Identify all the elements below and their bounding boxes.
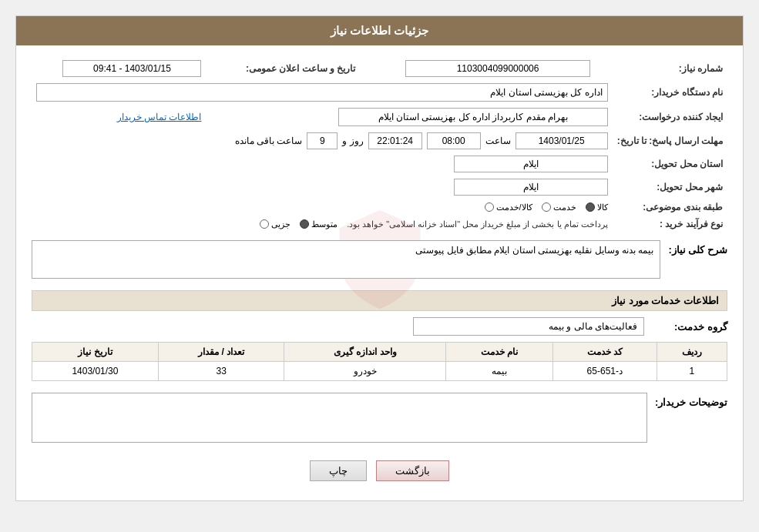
page-title: جزئیات اطلاعات نیاز <box>331 24 428 37</box>
requester-label: ایجاد کننده درخواست: <box>613 105 727 129</box>
request-number-cell: 1103004099000006 <box>383 57 612 80</box>
col-service-name: نام خدمت <box>446 343 553 362</box>
description-input-wrap: بیمه بدنه وسایل نقلیه بهزیستی استان ایلا… <box>32 240 660 279</box>
col-unit: واحد اندازه گیری <box>284 343 446 362</box>
deadline-time: 08:00 <box>427 132 481 149</box>
requester-row: ایجاد کننده درخواست: بهرام مقدم کاربرداز… <box>32 105 727 129</box>
deadline-remaining-label: ساعت باقی مانده <box>235 136 303 146</box>
category-option-kala[interactable]: کالا <box>586 202 608 212</box>
purchase-type-partial-label: جزیی <box>271 219 291 229</box>
category-radio-both-circle <box>485 202 494 212</box>
category-radio-khedmat-circle <box>542 202 551 212</box>
col-quantity: تعداد / مقدار <box>158 343 284 362</box>
buyer-notes-textarea[interactable] <box>32 393 647 443</box>
page-header: جزئیات اطلاعات نیاز <box>16 16 743 45</box>
purchase-type-row: نوع فرآیند خرید : پرداخت تمام یا بخشی از… <box>32 216 727 233</box>
purchase-type-medium-circle <box>300 219 309 229</box>
services-table-header-row: ردیف کد خدمت نام خدمت واحد اندازه گیری ت… <box>32 343 727 362</box>
col-date: تاریخ نیاز <box>32 343 159 362</box>
province-row: استان محل تحویل: ایلام <box>32 152 727 176</box>
purchase-type-option-partial[interactable]: جزیی <box>260 219 291 229</box>
deadline-label: مهلت ارسال پاسخ: تا تاریخ: <box>613 129 727 152</box>
buyer-notes-wrap <box>32 393 647 445</box>
table-cell-date: 1403/01/30 <box>32 362 159 381</box>
buyer-notes-section: توضیحات خریدار: <box>32 393 727 445</box>
table-cell-row: 1 <box>657 362 727 381</box>
table-cell-unit: خودرو <box>284 362 446 381</box>
deadline-date: 1403/01/25 <box>516 132 608 149</box>
city-label: شهر محل تحویل: <box>613 176 727 199</box>
announce-date-cell: 1403/01/15 - 09:41 <box>32 57 206 80</box>
buyer-org-row: نام دستگاه خریدار: اداره کل بهزیستی استا… <box>32 80 727 105</box>
city-cell: ایلام <box>32 176 613 199</box>
request-number-value: 1103004099000006 <box>405 60 590 77</box>
deadline-remaining: 22:01:24 <box>368 132 422 149</box>
category-radio-kala-circle <box>586 202 595 212</box>
service-group-label: گروه خدمت: <box>650 321 727 333</box>
category-radio-kala: کالا <box>597 202 608 212</box>
deadline-flex: 1403/01/25 ساعت 08:00 22:01:24 روز و 9 س… <box>36 132 608 149</box>
deadline-days: 9 <box>307 132 338 149</box>
buyer-org-cell: اداره کل بهزیستی استان ایلام <box>32 80 613 105</box>
category-cell: کالا خدمت کالا/خدمت <box>32 199 613 216</box>
info-table: شماره نیاز: 1103004099000006 تاریخ و ساع… <box>32 57 727 233</box>
announce-date-value: 1403/01/15 - 09:41 <box>62 60 201 77</box>
request-number-row: شماره نیاز: 1103004099000006 تاریخ و ساع… <box>32 57 727 80</box>
purchase-type-radio-group: پرداخت تمام یا بخشی از مبلغ خریداز محل "… <box>36 219 608 229</box>
service-group-row: گروه خدمت: فعالیت‌های مالی و بیمه <box>32 317 727 336</box>
main-container: جزئیات اطلاعات نیاز شماره نیاز: 11030040… <box>15 15 744 501</box>
category-row: طبقه بندی موضوعی: کالا خدمت <box>32 199 727 216</box>
description-value: بیمه بدنه وسایل نقلیه بهزیستی استان ایلا… <box>32 240 660 279</box>
announce-date-label: تاریخ و ساعت اعلان عمومی: <box>206 57 360 80</box>
col-row-num: ردیف <box>657 343 727 362</box>
service-group-value: فعالیت‌های مالی و بیمه <box>413 317 644 336</box>
contact-link-cell: اطلاعات تماس خریدار <box>32 105 206 129</box>
requester-value: بهرام مقدم کاربرداز اداره کل بهزیستی است… <box>338 108 608 126</box>
category-option-khedmat[interactable]: خدمت <box>542 202 576 212</box>
purchase-type-cell: پرداخت تمام یا بخشی از مبلغ خریداز محل "… <box>32 216 613 233</box>
buyer-notes-label: توضیحات خریدار: <box>655 393 727 408</box>
request-number-label: شماره نیاز: <box>613 57 727 80</box>
description-label: شرح کلی نیاز: <box>668 240 727 256</box>
description-section: نیاز شرح کلی نیاز: بیمه بدنه وسایل نقلیه… <box>32 240 727 279</box>
purchase-type-label: نوع فرآیند خرید : <box>613 216 727 233</box>
table-cell-quantity: 33 <box>158 362 284 381</box>
print-button[interactable]: چاپ <box>310 460 367 481</box>
buyer-org-label: نام دستگاه خریدار: <box>613 80 727 105</box>
category-label: طبقه بندی موضوعی: <box>613 199 727 216</box>
table-cell-service_name: بیمه <box>446 362 553 381</box>
requester-cell: بهرام مقدم کاربرداز اداره کل بهزیستی است… <box>206 105 612 129</box>
purchase-type-partial-circle <box>260 219 269 229</box>
purchase-type-note: پرداخت تمام یا بخشی از مبلغ خریداز محل "… <box>347 219 608 229</box>
table-row: 1د-651-65بیمهخودرو331403/01/30 <box>32 362 727 381</box>
province-label: استان محل تحویل: <box>613 152 727 176</box>
city-row: شهر محل تحویل: ایلام <box>32 176 727 199</box>
services-table-head: ردیف کد خدمت نام خدمت واحد اندازه گیری ت… <box>32 343 727 362</box>
col-service-code: کد خدمت <box>552 343 657 362</box>
purchase-type-medium-label: متوسط <box>311 219 338 229</box>
description-row: شرح کلی نیاز: بیمه بدنه وسایل نقلیه بهزی… <box>32 240 727 279</box>
deadline-cell: 1403/01/25 ساعت 08:00 22:01:24 روز و 9 س… <box>32 129 613 152</box>
province-value: ایلام <box>454 156 608 172</box>
province-cell: ایلام <box>32 152 613 176</box>
deadline-time-label: ساعت <box>485 136 511 146</box>
deadline-row: مهلت ارسال پاسخ: تا تاریخ: 1403/01/25 سا… <box>32 129 727 152</box>
content-area: شماره نیاز: 1103004099000006 تاریخ و ساع… <box>16 45 743 500</box>
services-table-body: 1د-651-65بیمهخودرو331403/01/30 <box>32 362 727 381</box>
city-value: ایلام <box>454 179 608 196</box>
deadline-days-label: روز و <box>342 136 363 146</box>
buttons-row: بازگشت چاپ <box>32 460 727 481</box>
services-table: ردیف کد خدمت نام خدمت واحد اندازه گیری ت… <box>32 342 727 381</box>
buyer-org-value: اداره کل بهزیستی استان ایلام <box>36 83 608 102</box>
category-option-both[interactable]: کالا/خدمت <box>485 202 532 212</box>
services-section-title: اطلاعات خدمات مورد نیاز <box>32 290 727 311</box>
category-radio-group: کالا خدمت کالا/خدمت <box>36 202 608 212</box>
category-radio-both: کالا/خدمت <box>496 202 532 212</box>
back-button[interactable]: بازگشت <box>376 460 449 481</box>
category-radio-khedmat: خدمت <box>553 202 576 212</box>
contact-link[interactable]: اطلاعات تماس خریدار <box>117 112 202 122</box>
table-cell-service_code: د-651-65 <box>552 362 657 381</box>
purchase-type-option-medium[interactable]: متوسط <box>300 219 338 229</box>
